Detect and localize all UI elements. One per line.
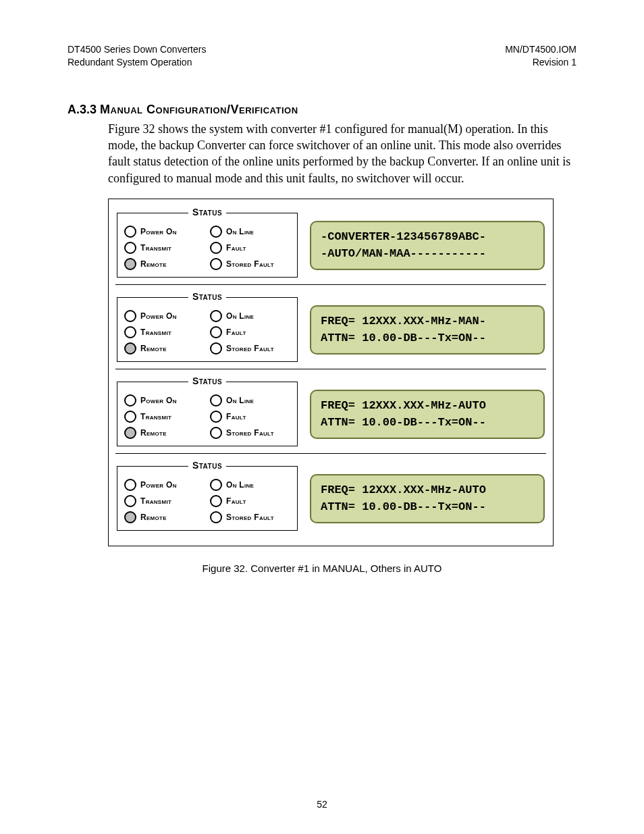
led-label: Stored Fault <box>226 513 274 522</box>
led-label: Transmit <box>140 243 171 253</box>
led-stored-fault: Stored Fault <box>210 511 290 523</box>
led-transmit: Transmit <box>124 326 205 338</box>
led-fault: Fault <box>210 242 290 254</box>
led-label: On Line <box>226 480 254 490</box>
led-fault: Fault <box>210 326 290 338</box>
led-icon <box>124 258 136 270</box>
figure-caption: Figure 32. Converter #1 in MANUAL, Other… <box>68 563 576 574</box>
status-legend: Status <box>188 207 226 217</box>
led-icon <box>124 427 136 439</box>
page-header: DT4500 Series Down Converters Redundant … <box>68 43 576 69</box>
led-grid: Power On On Line Transmit Fault Remote S… <box>124 310 290 355</box>
led-label: Fault <box>226 412 246 421</box>
status-legend: Status <box>188 291 226 302</box>
led-label: Stored Fault <box>226 428 274 438</box>
led-icon <box>124 511 136 523</box>
led-label: Stored Fault <box>226 259 274 269</box>
led-power-on: Power On <box>124 394 205 407</box>
figure-frame: Status Power On On Line Transmit Fault R… <box>108 199 554 546</box>
led-label: Remote <box>140 259 167 269</box>
lcd-display: FREQ= 12XXX.XXX-MHz-AUTO ATTN= 10.00-DB-… <box>310 474 545 523</box>
led-label: Stored Fault <box>226 344 274 353</box>
page: DT4500 Series Down Converters Redundant … <box>0 0 644 834</box>
led-label: Remote <box>140 513 167 522</box>
lcd-line1: FREQ= 12XXX.XXX-MHz-AUTO <box>321 399 486 412</box>
led-icon <box>210 326 222 338</box>
led-power-on: Power On <box>124 310 205 322</box>
status-box: Status Power On On Line Transmit Fault R… <box>117 466 298 531</box>
header-right-line1: MN/DT4500.IOM <box>505 43 576 56</box>
led-label: On Line <box>226 227 254 236</box>
led-icon <box>124 479 136 491</box>
led-stored-fault: Stored Fault <box>210 258 290 270</box>
led-icon <box>124 242 136 254</box>
lcd-line2: ATTN= 10.00-DB---Tx=ON-- <box>321 416 486 429</box>
led-icon <box>210 495 222 507</box>
section-title: Manual Configuration/Verification <box>100 103 298 116</box>
led-icon <box>210 226 222 238</box>
led-stored-fault: Stored Fault <box>210 342 290 355</box>
led-fault: Fault <box>210 411 290 423</box>
led-icon <box>210 310 222 322</box>
led-icon <box>124 310 136 322</box>
led-power-on: Power On <box>124 479 205 491</box>
led-label: Power On <box>140 311 177 321</box>
header-right-line2: Revision 1 <box>505 56 576 69</box>
lcd-line2: -AUTO/MAN-MAA----------- <box>321 247 486 260</box>
led-transmit: Transmit <box>124 495 205 507</box>
converter-panel: Status Power On On Line Transmit Fault R… <box>115 284 546 367</box>
led-label: Fault <box>226 496 246 506</box>
led-grid: Power On On Line Transmit Fault Remote S… <box>124 479 290 523</box>
status-box: Status Power On On Line Transmit Fault R… <box>117 382 298 446</box>
led-remote: Remote <box>124 342 205 355</box>
header-left-line2: Redundant System Operation <box>68 56 206 69</box>
led-label: On Line <box>226 311 254 321</box>
lcd-line1: FREQ= 12XXX.XXX-MHz-AUTO <box>321 484 486 496</box>
section-heading: A.3.3 Manual Configuration/Verification <box>68 103 576 117</box>
led-icon <box>210 427 222 439</box>
converter-panel: Status Power On On Line Transmit Fault R… <box>115 203 546 283</box>
lcd-line1: FREQ= 12XXX.XXX-MHz-MAN- <box>321 315 486 328</box>
led-remote: Remote <box>124 427 205 439</box>
led-label: Remote <box>140 344 167 353</box>
lcd-line1: -CONVERTER-123456789ABC- <box>321 230 486 243</box>
lcd-line2: ATTN= 10.00-DB---Tx=ON-- <box>321 500 486 513</box>
converter-panel: Status Power On On Line Transmit Fault R… <box>115 369 546 452</box>
led-label: Fault <box>226 328 246 337</box>
section-number: A.3.3 <box>68 103 97 116</box>
body-paragraph: Figure 32 shows the system with converte… <box>108 121 576 186</box>
lcd-display: FREQ= 12XXX.XXX-MHz-MAN- ATTN= 10.00-DB-… <box>310 305 545 355</box>
led-icon <box>210 342 222 355</box>
led-power-on: Power On <box>124 226 205 238</box>
led-label: Transmit <box>140 496 171 506</box>
led-remote: Remote <box>124 511 205 523</box>
led-icon <box>124 411 136 423</box>
converter-panel: Status Power On On Line Transmit Fault R… <box>115 453 546 536</box>
lcd-display: -CONVERTER-123456789ABC- -AUTO/MAN-MAA--… <box>310 221 545 270</box>
led-icon <box>210 411 222 423</box>
led-grid: Power On On Line Transmit Fault Remote S… <box>124 226 290 270</box>
led-transmit: Transmit <box>124 411 205 423</box>
led-label: Power On <box>140 396 177 405</box>
led-stored-fault: Stored Fault <box>210 427 290 439</box>
led-label: On Line <box>226 396 254 405</box>
header-left-line1: DT4500 Series Down Converters <box>68 43 206 56</box>
led-label: Fault <box>226 243 246 253</box>
led-icon <box>210 242 222 254</box>
status-box: Status Power On On Line Transmit Fault R… <box>117 297 298 362</box>
led-icon <box>210 258 222 270</box>
header-left: DT4500 Series Down Converters Redundant … <box>68 43 206 69</box>
led-transmit: Transmit <box>124 242 205 254</box>
led-on-line: On Line <box>210 310 290 322</box>
led-on-line: On Line <box>210 394 290 407</box>
status-box: Status Power On On Line Transmit Fault R… <box>117 213 298 278</box>
led-icon <box>210 394 222 407</box>
led-fault: Fault <box>210 495 290 507</box>
led-grid: Power On On Line Transmit Fault Remote S… <box>124 394 290 439</box>
led-label: Remote <box>140 428 167 438</box>
led-remote: Remote <box>124 258 205 270</box>
led-icon <box>124 326 136 338</box>
lcd-display: FREQ= 12XXX.XXX-MHz-AUTO ATTN= 10.00-DB-… <box>310 390 545 439</box>
led-on-line: On Line <box>210 479 290 491</box>
led-icon <box>124 394 136 407</box>
